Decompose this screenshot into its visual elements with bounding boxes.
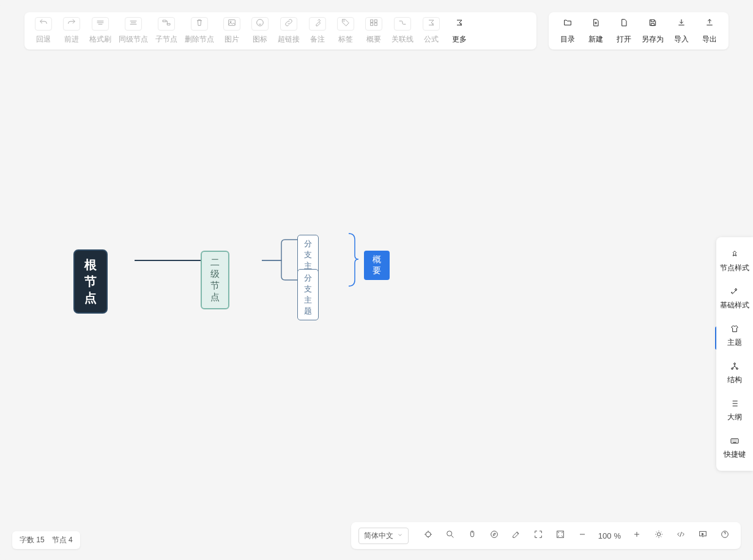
edit-button[interactable] [508, 527, 525, 544]
relation-button[interactable]: 关联线 [389, 17, 416, 45]
canvas[interactable]: 根节点 二级节点 分支主题 分支主题 概要 [0, 0, 753, 560]
child-node-button[interactable]: 子节点 [153, 17, 180, 45]
tag-button[interactable]: 标签 [333, 17, 358, 45]
image-icon [227, 18, 237, 30]
node-count: 节点 4 [52, 535, 73, 545]
more-icon: x [454, 18, 464, 30]
formula-icon: x [426, 18, 436, 30]
svg-point-15 [426, 532, 431, 537]
format-painter-label: 格式刷 [89, 34, 111, 45]
catalog-label: 目录 [560, 34, 575, 45]
delete-icon [195, 18, 204, 30]
image-label: 图片 [224, 34, 239, 45]
save-icon [648, 18, 658, 30]
undo-button[interactable]: 回退 [31, 17, 56, 45]
outline-label: 大纲 [727, 412, 742, 422]
language-label: 简体中文 [364, 531, 393, 541]
base-style-label: 基础样式 [720, 300, 749, 311]
summary-node[interactable]: 概要 [364, 251, 390, 280]
new-button[interactable]: 新建 [583, 17, 609, 45]
list-icon [729, 397, 741, 410]
edit-icon [511, 529, 521, 542]
compass-icon [489, 529, 499, 542]
open-file-icon [619, 18, 629, 30]
formula-label: 公式 [424, 34, 439, 45]
open-button[interactable]: 打开 [611, 17, 637, 45]
node-style-label: 节点样式 [720, 263, 749, 273]
code-button[interactable] [672, 527, 689, 544]
keyboard-icon [729, 435, 741, 447]
formula-button[interactable]: x 公式 [418, 17, 444, 45]
hyperlink-label: 超链接 [278, 34, 300, 45]
outline-button[interactable]: 大纲 [716, 391, 753, 429]
icon-button[interactable]: 图标 [247, 17, 273, 45]
format-painter-icon [95, 18, 105, 30]
note-icon [313, 18, 322, 30]
relation-icon [398, 18, 407, 30]
status-bar: 字数 15 节点 4 [12, 531, 80, 549]
wand-icon [729, 286, 741, 298]
node-style-button[interactable]: 节点样式 [716, 242, 753, 279]
svg-point-18 [491, 531, 497, 538]
theme-toggle-button[interactable] [650, 527, 667, 544]
link-icon [284, 18, 294, 30]
undo-label: 回退 [36, 34, 51, 45]
child-icon [161, 18, 171, 30]
minimap-button[interactable] [486, 527, 503, 544]
pin-icon [729, 248, 741, 260]
zoom-out-button[interactable] [574, 527, 591, 544]
folder-icon [563, 18, 573, 30]
svg-point-3 [257, 20, 264, 26]
open-label: 打开 [617, 34, 631, 45]
word-count: 字数 15 [20, 535, 45, 545]
summary-label: 概要 [366, 34, 381, 45]
summary-icon [369, 18, 379, 30]
shortcut-button[interactable]: 快捷键 [716, 429, 753, 466]
branch-node-2[interactable]: 分支主题 [297, 269, 319, 320]
zoom-display: 100% [596, 531, 623, 540]
more-button[interactable]: x 更多 [447, 17, 472, 45]
minus-icon [577, 529, 587, 542]
hyperlink-button[interactable]: 超链接 [275, 17, 302, 45]
format-painter-button[interactable]: 格式刷 [87, 17, 114, 45]
sun-icon [654, 529, 664, 542]
base-style-button[interactable]: 基础样式 [716, 279, 753, 317]
main-toolbar: 回退 前进 格式刷 同级节点 子节点 删除节点 图片 图标 [24, 12, 536, 50]
plus-icon [632, 529, 642, 542]
structure-icon [729, 360, 741, 372]
fit-button[interactable] [530, 527, 547, 544]
note-button[interactable]: 备注 [305, 17, 330, 45]
image-button[interactable]: 图片 [219, 17, 245, 45]
sibling-node-button[interactable]: 同级节点 [116, 17, 150, 45]
new-file-icon [591, 18, 601, 30]
target-icon [423, 529, 433, 542]
theme-label: 主题 [727, 337, 742, 348]
more-label: 更多 [452, 34, 467, 45]
search-button[interactable] [442, 527, 459, 544]
svg-rect-5 [371, 20, 373, 22]
level2-node[interactable]: 二级节点 [201, 251, 229, 309]
export-button[interactable]: 导出 [697, 17, 722, 45]
fullscreen-icon [555, 529, 565, 542]
locate-button[interactable] [420, 527, 437, 544]
relation-label: 关联线 [391, 34, 414, 45]
help-button[interactable] [716, 527, 733, 544]
save-as-label: 另存为 [642, 34, 664, 45]
language-select[interactable]: 简体中文 [358, 528, 409, 544]
theme-button[interactable]: 主题 [716, 317, 753, 354]
structure-button[interactable]: 结构 [716, 354, 753, 391]
import-button[interactable]: 导入 [669, 17, 694, 45]
summary-button[interactable]: 概要 [361, 17, 387, 45]
catalog-button[interactable]: 目录 [555, 17, 581, 45]
shirt-icon [729, 323, 741, 335]
present-button[interactable] [694, 527, 711, 544]
mouse-mode-button[interactable] [464, 527, 481, 544]
svg-text:x: x [460, 22, 462, 26]
save-as-button[interactable]: 另存为 [639, 17, 666, 45]
redo-button[interactable]: 前进 [59, 17, 84, 45]
zoom-in-button[interactable] [628, 527, 645, 544]
delete-node-button[interactable]: 删除节点 [182, 17, 217, 45]
root-node[interactable]: 根节点 [73, 249, 108, 314]
fullscreen-button[interactable] [552, 527, 569, 544]
mouse-icon [467, 529, 477, 542]
